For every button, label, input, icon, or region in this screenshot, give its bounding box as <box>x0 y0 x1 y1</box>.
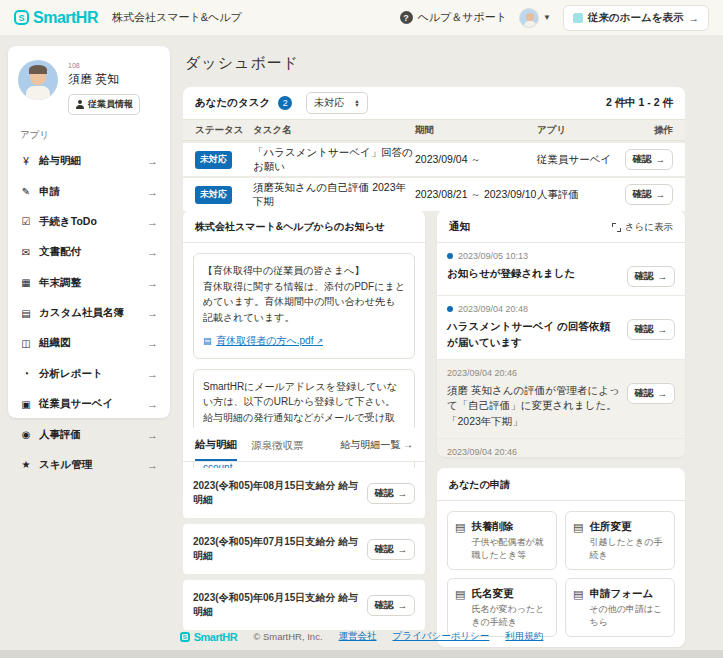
unread-dot-icon <box>447 253 453 259</box>
legacy-home-label: 従来のホームを表示 <box>588 11 683 25</box>
tasks-panel: あなたのタスク 2 未対応 ▲▼ 2 件中 1 - 2 件 ステータス タスク名… <box>183 87 685 211</box>
notification-time: 2023/09/04 20:46 <box>447 368 517 378</box>
top-bar: S SmartHR 株式会社スマート&ヘルプ ? ヘルプ＆サポート ▼ 従来のホ… <box>0 0 723 36</box>
task-filter-select[interactable]: 未対応 ▲▼ <box>306 92 367 114</box>
arrow-right-icon: → <box>147 155 158 167</box>
sidebar-item-payslip[interactable]: ¥ 給与明細 → <box>18 146 160 176</box>
document-icon: ▤ <box>573 520 583 561</box>
company-name: 株式会社スマート&ヘルプ <box>112 10 242 25</box>
arrow-right-icon: → <box>147 246 158 258</box>
copyright: © SmartHR, Inc. <box>253 631 322 642</box>
arrow-right-icon: → <box>147 429 158 441</box>
notification-text: ハラスメントサーベイ の回答依頼が届いています <box>447 319 621 351</box>
pdf-link[interactable]: 育休取得者の方へ.pdf ↗ <box>216 335 323 346</box>
task-app: 人事評価 <box>537 188 621 202</box>
confirm-button[interactable]: 確認→ <box>625 184 674 205</box>
sidebar-item-org-chart[interactable]: ◫ 組織図 → <box>18 328 160 358</box>
sidebar-item-survey[interactable]: ▣ 従業員サーベイ → <box>18 389 160 419</box>
arrow-right-icon: → <box>398 544 408 555</box>
confirm-button[interactable]: 確認→ <box>625 149 674 170</box>
payslip-title: 2023(令和05)年06月15日支給分 給与明細 <box>193 591 367 619</box>
application-card-address-change[interactable]: ▤ 住所変更引越したときの手続き <box>565 511 675 570</box>
sidebar-item-analytics[interactable]: ◔ 分析レポート → <box>18 359 160 389</box>
notifications-title: 通知 <box>449 220 470 234</box>
arrow-right-icon: → <box>147 186 158 198</box>
notification-time: 2023/09/04 20:46 <box>447 447 517 457</box>
help-support-link[interactable]: ? ヘルプ＆サポート <box>400 10 508 25</box>
sidebar-item-skill[interactable]: ★ スキル管理 → <box>18 450 160 480</box>
application-card-name-change[interactable]: ▤ 氏名変更氏名が変わったときの手続き <box>447 578 557 637</box>
tasks-count-badge: 2 <box>278 96 292 110</box>
user-menu[interactable]: ▼ <box>519 8 551 28</box>
application-icon: ✎ <box>20 186 32 197</box>
notification-text: 須磨 英知さんの評価が管理者によって「自己評価」に変更されました。「2023年下… <box>447 383 621 430</box>
arrow-right-icon: → <box>398 488 408 499</box>
employee-survey-icon: ▣ <box>20 399 32 410</box>
expand-icon <box>612 223 621 232</box>
employee-info-button[interactable]: 従業員情報 <box>68 94 140 115</box>
list-item: 2023(令和05)年06月15日支給分 給与明細 確認→ <box>183 580 425 630</box>
arrow-right-icon: → <box>658 324 668 335</box>
footer-link-privacy[interactable]: プライバシーポリシー <box>393 630 490 643</box>
sidebar-item-document-delivery[interactable]: ✉ 文書配付 → <box>18 237 160 267</box>
smarthr-logo-icon: S <box>180 632 190 642</box>
smarthr-logo[interactable]: S SmartHR <box>14 9 98 27</box>
document-delivery-icon: ✉ <box>20 247 32 258</box>
custom-roster-icon: ▤ <box>20 308 32 319</box>
question-icon: ? <box>400 11 413 24</box>
employee-name: 須磨 英知 <box>68 71 140 88</box>
arrow-right-icon: → <box>147 277 158 289</box>
application-card-dependent-removal[interactable]: ▤ 扶養削除子供や配偶者が就職したとき等 <box>447 511 557 570</box>
page-title: ダッシュボード <box>185 54 685 73</box>
confirm-button[interactable]: 確認→ <box>627 266 676 287</box>
announcement-item: 【育休取得中の従業員の皆さまへ】 育休取得に関する情報は、添付のPDFにまとめて… <box>193 253 415 359</box>
notification-item: 2023/09/04 20:48 ハラスメントサーベイ の回答依頼が届いています… <box>437 296 685 360</box>
show-more-link[interactable]: さらに表示 <box>612 221 673 234</box>
payslip-icon: ¥ <box>20 156 32 167</box>
footer-link-company[interactable]: 運営会社 <box>339 630 377 643</box>
sidebar-item-evaluation[interactable]: ◉ 人事評価 → <box>18 419 160 449</box>
analytics-report-icon: ◔ <box>20 368 32 379</box>
chevron-down-icon: ▼ <box>543 13 551 22</box>
application-card-form[interactable]: ▤ 申請フォームその他の申請はこちら <box>565 578 675 637</box>
notification-text: お知らせが登録されました <box>447 266 621 282</box>
confirm-button[interactable]: 確認→ <box>367 539 416 560</box>
year-end-adjustment-icon: ▦ <box>20 277 32 288</box>
arrow-right-icon: → <box>147 398 158 410</box>
external-link-icon: ↗ <box>316 337 323 346</box>
tab-withholding[interactable]: 源泉徴収票 <box>251 430 304 460</box>
confirm-button[interactable]: 確認→ <box>367 483 416 504</box>
employee-number: 108 <box>68 60 140 69</box>
task-app: 従業員サーベイ <box>537 153 621 167</box>
notification-item: 2023/09/05 10:13 お知らせが登録されました 確認→ <box>437 243 685 296</box>
sidebar-item-application[interactable]: ✎ 申請 → <box>18 176 160 206</box>
legacy-home-button[interactable]: 従来のホームを表示 → <box>563 5 709 31</box>
org-chart-icon: ◫ <box>20 338 32 349</box>
task-period: 2023/08/21 ～ 2023/09/10 <box>415 188 537 202</box>
notification-item: 2023/09/04 20:46 「2023年下期」の評価がはじまりました。 確… <box>437 439 685 457</box>
sidebar-item-todo[interactable]: ☑ 手続きToDo → <box>18 207 160 237</box>
form-icon: ▤ <box>573 587 583 628</box>
arrow-right-icon: → <box>147 368 158 380</box>
skill-management-icon: ★ <box>20 459 32 470</box>
arrow-right-icon: → <box>147 337 158 349</box>
sidebar-item-year-end[interactable]: ▦ 年末調整 → <box>18 268 160 298</box>
confirm-button[interactable]: 確認→ <box>627 383 676 404</box>
payslip-list-link[interactable]: 給与明細一覧 → <box>340 438 413 452</box>
footer: S SmartHR © SmartHR, Inc. 運営会社 プライバシーポリシ… <box>0 630 723 643</box>
document-icon: ▤ <box>455 587 465 628</box>
tasks-title: あなたのタスク <box>195 96 270 110</box>
notification-time: 2023/09/05 10:13 <box>458 251 528 261</box>
tab-payslips[interactable]: 給与明細 <box>195 429 237 461</box>
arrow-right-icon: → <box>658 271 668 282</box>
hr-evaluation-icon: ◉ <box>20 429 32 440</box>
confirm-button[interactable]: 確認→ <box>367 595 416 616</box>
arrow-right-icon: → <box>147 216 158 228</box>
sidebar-item-custom-roster[interactable]: ▤ カスタム社員名簿 → <box>18 298 160 328</box>
user-avatar <box>519 8 539 28</box>
applications-title: あなたの申請 <box>437 468 685 501</box>
footer-link-terms[interactable]: 利用規約 <box>505 630 543 643</box>
confirm-button[interactable]: 確認→ <box>627 319 676 340</box>
arrow-right-icon: → <box>656 154 666 165</box>
bottom-edge-strip <box>0 650 723 658</box>
